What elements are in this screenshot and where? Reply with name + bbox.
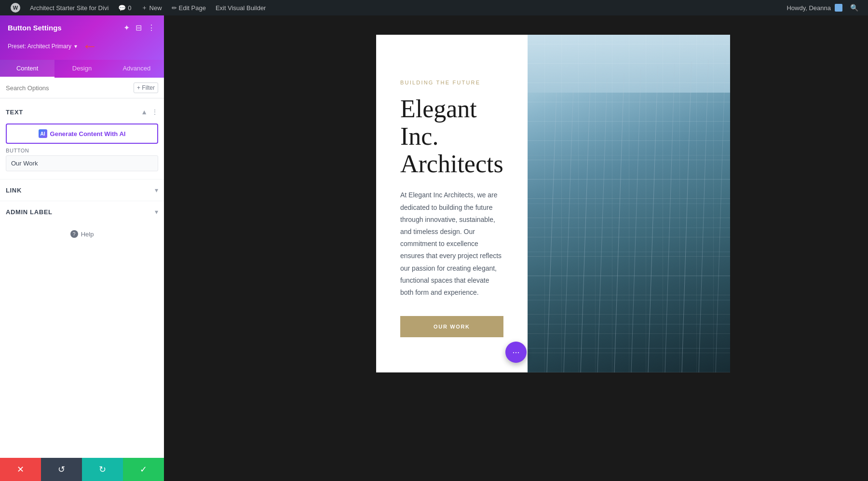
building-svg: [528, 35, 730, 372]
admin-label-title: Admin Label: [6, 208, 53, 216]
filter-button[interactable]: + Filter: [134, 82, 158, 93]
close-button[interactable]: ✕: [0, 458, 41, 481]
preset-dropdown-icon[interactable]: ▾: [74, 43, 77, 50]
help-label: Help: [81, 231, 94, 238]
hero-cta-button[interactable]: OUR WORK: [400, 316, 503, 337]
text-section-title: Text: [6, 109, 23, 116]
new-item[interactable]: ＋ New: [136, 0, 167, 15]
svg-line-8: [682, 61, 692, 372]
search-icon[interactable]: 🔍: [846, 4, 862, 12]
svg-line-1: [564, 88, 573, 372]
red-arrow-indicator: ←: [82, 37, 97, 55]
ai-icon: AI: [39, 129, 47, 138]
exit-builder-label: Exit Visual Builder: [216, 4, 266, 12]
site-name: Architect Starter Site for Divi: [30, 4, 108, 12]
tab-content[interactable]: Content: [0, 60, 54, 78]
collapse-icon[interactable]: ▲: [141, 108, 148, 116]
svg-line-5: [631, 69, 641, 372]
search-row: + Filter: [0, 78, 164, 98]
floating-action-button[interactable]: ···: [505, 342, 527, 363]
svg-line-7: [665, 64, 675, 372]
plus-icon: ＋: [141, 3, 148, 12]
comments-item[interactable]: 💬 0: [113, 0, 136, 15]
hero-body: At Elegant Inc Architects, we are dedica…: [400, 189, 503, 299]
hero-title: Elegant Inc. Architects: [400, 95, 503, 178]
hero-left-content: BUILDING THE FUTURE Elegant Inc. Archite…: [376, 35, 528, 372]
link-chevron-icon[interactable]: ▾: [155, 186, 158, 194]
hero-cta-label: OUR WORK: [434, 324, 470, 330]
text-section-header[interactable]: Text ▲ ⋮: [6, 104, 158, 120]
button-field-section: Button: [0, 148, 164, 171]
hero-image: [528, 35, 730, 372]
undo-button[interactable]: ↺: [41, 458, 82, 481]
preset-label[interactable]: Preset: Architect Primary: [8, 43, 71, 50]
svg-line-3: [597, 78, 607, 372]
close-icon: ✕: [17, 464, 24, 475]
panel-header: Button Settings ✦ ⊟ ⋮ Preset: Architect …: [0, 15, 164, 60]
admin-bar: W Architect Starter Site for Divi 💬 0 ＋ …: [0, 0, 868, 15]
admin-label-section: Admin Label ▾: [0, 201, 164, 222]
bottom-action-bar: ✕ ↺ ↻ ✓: [0, 458, 164, 481]
more-options-icon[interactable]: ⋮: [147, 22, 156, 33]
fab-dots-icon: ···: [512, 347, 519, 357]
tab-design[interactable]: Design: [54, 60, 109, 78]
admin-label-header[interactable]: Admin Label ▾: [6, 201, 158, 222]
help-section[interactable]: ? Help: [0, 222, 164, 246]
wordpress-logo: W: [11, 3, 20, 13]
section-more-icon[interactable]: ⋮: [151, 108, 158, 116]
exit-builder-item[interactable]: Exit Visual Builder: [211, 0, 271, 15]
user-avatar: [835, 4, 842, 12]
help-icon: ?: [70, 230, 78, 238]
columns-icon[interactable]: ⊟: [135, 22, 143, 33]
link-section: Link ▾: [0, 179, 164, 201]
comment-icon: 💬: [118, 4, 126, 12]
panel-tabs: Content Design Advanced: [0, 60, 164, 78]
left-panel: Button Settings ✦ ⊟ ⋮ Preset: Architect …: [0, 15, 164, 481]
button-field-label: Button: [6, 148, 158, 153]
page-preview: BUILDING THE FUTURE Elegant Inc. Archite…: [376, 35, 656, 372]
wp-logo-item[interactable]: W: [6, 0, 25, 15]
svg-line-0: [547, 93, 556, 372]
hero-subtitle: BUILDING THE FUTURE: [400, 80, 503, 85]
ai-generate-label: Generate Content With AI: [50, 130, 126, 137]
comments-count: 0: [128, 4, 131, 12]
link-section-title: Link: [6, 187, 22, 194]
button-text-input[interactable]: [6, 155, 158, 171]
panel-header-icons: ✦ ⊟ ⋮: [122, 22, 156, 33]
save-checkmark-icon: ✓: [140, 464, 147, 475]
ai-generate-button[interactable]: AI Generate Content With AI: [6, 124, 158, 144]
new-label: New: [149, 4, 162, 12]
site-name-item[interactable]: Architect Starter Site for Divi: [25, 0, 113, 15]
redo-icon: ↻: [99, 464, 106, 475]
tab-advanced[interactable]: Advanced: [109, 60, 164, 78]
howdy-text: Howdy, Deanna: [787, 4, 831, 12]
pencil-icon: ✏: [172, 4, 177, 12]
hero-section: BUILDING THE FUTURE Elegant Inc. Archite…: [376, 35, 656, 372]
filter-label: + Filter: [137, 84, 155, 91]
panel-title: Button Settings: [8, 24, 62, 32]
undo-icon: ↺: [58, 464, 65, 475]
edit-page-label: Edit Page: [179, 4, 206, 12]
svg-line-9: [699, 60, 708, 372]
panel-content: Text ▲ ⋮ AI Generate Content With AI But…: [0, 98, 164, 458]
edit-page-item[interactable]: ✏ Edit Page: [167, 0, 211, 15]
redo-button[interactable]: ↻: [82, 458, 123, 481]
magic-icon[interactable]: ✦: [122, 22, 131, 33]
svg-line-4: [614, 73, 624, 372]
right-content-area: BUILDING THE FUTURE Elegant Inc. Archite…: [164, 15, 868, 481]
save-button[interactable]: ✓: [123, 458, 164, 481]
svg-line-10: [716, 59, 725, 372]
link-section-header[interactable]: Link ▾: [6, 179, 158, 201]
svg-line-6: [648, 66, 658, 372]
text-section: Text ▲ ⋮ AI Generate Content With AI: [0, 104, 164, 144]
search-options-input[interactable]: [6, 84, 130, 92]
main-area: Button Settings ✦ ⊟ ⋮ Preset: Architect …: [0, 15, 868, 481]
admin-label-chevron-icon[interactable]: ▾: [155, 208, 158, 216]
